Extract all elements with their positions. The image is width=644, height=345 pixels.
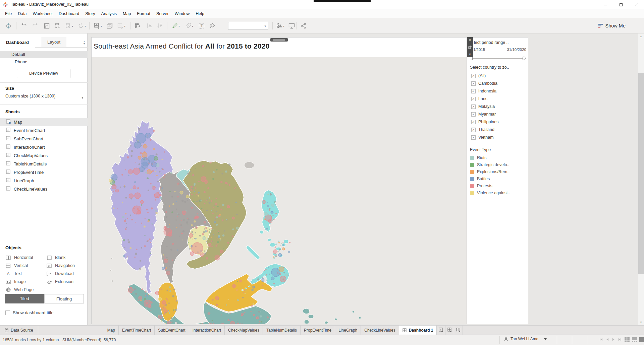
device-item-default[interactable]: Default <box>0 51 88 58</box>
menu-help[interactable]: Help <box>193 9 207 18</box>
show-dashboard-title-checkbox[interactable] <box>5 310 10 315</box>
checkbox-icon[interactable]: ✓ <box>471 135 476 140</box>
object-horizontal[interactable]: Horizontal <box>5 254 33 261</box>
clear-sheet-icon[interactable] <box>116 21 125 30</box>
new-worksheet-icon[interactable] <box>93 21 101 30</box>
checkbox-icon[interactable]: ✓ <box>471 97 476 101</box>
zone-drag-handle[interactable] <box>270 38 288 42</box>
country-filter-myanmar[interactable]: ✓Myanmar <box>471 111 496 118</box>
show-me-button[interactable]: Show Me <box>598 21 626 30</box>
sheet-tab-checklinevalues[interactable]: CheckLineValues <box>361 326 399 335</box>
card-export-icon[interactable] <box>468 46 472 49</box>
pause-updates-caret-icon[interactable]: ▾ <box>72 25 73 28</box>
tab-layout[interactable]: Layout <box>41 37 66 48</box>
sheet-tab-checkmapvalues[interactable]: CheckMapValues <box>225 326 263 335</box>
dashboard-canvas[interactable]: South-east Asia Armed Conflict for All f… <box>91 37 467 324</box>
highlight-icon[interactable] <box>170 21 179 30</box>
legend-explosions-rem-[interactable]: Explosions/Rem.. <box>470 169 509 175</box>
sheet-item-checklinevalues[interactable]: >CheckLineValues <box>0 185 88 193</box>
sort-descending-icon[interactable] <box>156 21 164 30</box>
country-filter-thailand[interactable]: ✓Thailand <box>471 126 494 133</box>
sheet-tab-linegraph[interactable]: LineGraph <box>335 326 361 335</box>
highlight-caret-icon[interactable]: ▾ <box>178 25 180 28</box>
maximize-button[interactable] <box>613 0 629 9</box>
redo-icon[interactable] <box>31 21 40 30</box>
period-range-slider[interactable] <box>470 56 526 60</box>
device-item-phone[interactable]: Phone <box>0 58 88 66</box>
duplicate-sheet-icon[interactable] <box>105 21 114 30</box>
new-story-button[interactable] <box>454 326 463 335</box>
sheet-tab-interactionchart[interactable]: InteractionChart <box>189 326 225 335</box>
country-filter-indonesia[interactable]: ✓Indonesia <box>471 88 496 94</box>
object-blank[interactable]: Blank <box>46 254 65 261</box>
menu-worksheet[interactable]: Worksheet <box>30 9 56 18</box>
card-menu-caret-icon[interactable]: ▾ <box>469 52 471 56</box>
vertical-scrollbar[interactable]: ▲ ▼ <box>638 33 644 325</box>
country-filter-malaysia[interactable]: ✓Malaysia <box>471 103 495 110</box>
save-icon[interactable] <box>42 21 51 30</box>
menu-format[interactable]: Format <box>134 9 153 18</box>
sheet-tab-eventtimechart[interactable]: EventTimeChart <box>119 326 155 335</box>
sheet-item-propeventtime[interactable]: >PropEventTime <box>0 168 88 177</box>
fit-selector[interactable]: ▾ <box>228 22 268 30</box>
new-dashboard-button[interactable] <box>445 326 454 335</box>
clear-sheet-caret-icon[interactable]: ▾ <box>124 25 125 28</box>
sheet-item-subeventchart[interactable]: >SubEventChart <box>0 135 88 143</box>
device-preview-button[interactable]: Device Preview <box>17 69 70 78</box>
floating-button[interactable]: Floating <box>44 294 84 303</box>
new-data-source-icon[interactable] <box>53 21 62 30</box>
show-cards-caret-icon[interactable]: ▾ <box>283 25 284 28</box>
refresh-caret-icon[interactable]: ▾ <box>85 25 86 28</box>
legend-protests[interactable]: Protests <box>470 183 492 189</box>
format-link-caret-icon[interactable]: ▾ <box>192 25 193 28</box>
sheet-item-tablenumdetails[interactable]: >TableNumDetails <box>0 160 88 168</box>
country-filter-all[interactable]: ✓(All) <box>471 72 486 79</box>
new-worksheet-button[interactable] <box>437 326 445 335</box>
pane-collapse-icon[interactable]: ▴▾ <box>84 40 85 45</box>
new-worksheet-caret-icon[interactable]: ▾ <box>101 25 102 28</box>
country-filter-philippines[interactable]: ✓Philippines <box>471 119 498 125</box>
sheet-tab-dashboard-1[interactable]: Dashboard 1 <box>399 326 437 335</box>
legend-battles[interactable]: Battles <box>470 176 490 182</box>
slider-handle-right[interactable] <box>523 57 526 60</box>
object-extension[interactable]: Extension <box>46 278 73 285</box>
tiled-button[interactable]: Tiled <box>5 294 44 303</box>
data-source-tab[interactable]: Data Source <box>0 326 38 335</box>
checkbox-icon[interactable]: ✓ <box>471 81 476 86</box>
last-sheet-icon[interactable] <box>618 338 622 341</box>
menu-file[interactable]: File <box>2 9 15 18</box>
sheet-tab-tablenumdetails[interactable]: TableNumDetails <box>263 326 301 335</box>
fix-axes-icon[interactable] <box>208 21 217 30</box>
tab-dashboard[interactable]: Dashboard <box>0 38 35 48</box>
sheet-tab-propeventtime[interactable]: PropEventTime <box>301 326 335 335</box>
sheet-item-map[interactable]: Map <box>0 118 88 126</box>
scroll-thumb[interactable] <box>638 73 644 274</box>
first-sheet-icon[interactable] <box>599 338 603 341</box>
sheet-item-linegraph[interactable]: >LineGraph <box>0 177 88 185</box>
checkbox-icon[interactable]: ✓ <box>471 120 476 124</box>
object-download[interactable]: Download <box>46 270 74 277</box>
sheet-item-eventtimechart[interactable]: >EventTimeChart <box>0 126 88 135</box>
sheet-item-interactionchart[interactable]: >InteractionChart <box>0 143 88 151</box>
object-web-page[interactable]: Web Page <box>5 286 34 293</box>
object-navigation[interactable]: Navigation <box>46 262 75 269</box>
legend-strategic-develo-[interactable]: Strategic develo.. <box>470 162 509 168</box>
card-close-icon[interactable]: × <box>469 38 471 42</box>
show-mark-labels-icon[interactable]: T <box>197 21 206 30</box>
object-text[interactable]: AText <box>5 270 22 277</box>
presentation-mode-icon[interactable] <box>287 21 296 30</box>
scroll-up-icon[interactable]: ▲ <box>638 33 644 39</box>
sheet-tab-map[interactable]: Map <box>104 326 119 335</box>
menu-window[interactable]: Window <box>172 9 193 18</box>
legend-violence-against-[interactable]: Violence against.. <box>470 190 510 196</box>
refresh-icon[interactable] <box>76 21 85 30</box>
show-cards-icon[interactable] <box>275 21 284 30</box>
checkbox-icon[interactable]: ✓ <box>471 89 476 93</box>
show-sheet-icon[interactable] <box>639 337 644 342</box>
minimize-button[interactable] <box>598 0 613 9</box>
country-filter-cambodia[interactable]: ✓Cambodia <box>471 80 497 87</box>
menu-server[interactable]: Server <box>153 9 172 18</box>
menu-story[interactable]: Story <box>82 9 98 18</box>
menu-data[interactable]: Data <box>15 9 30 18</box>
menu-analysis[interactable]: Analysis <box>98 9 120 18</box>
